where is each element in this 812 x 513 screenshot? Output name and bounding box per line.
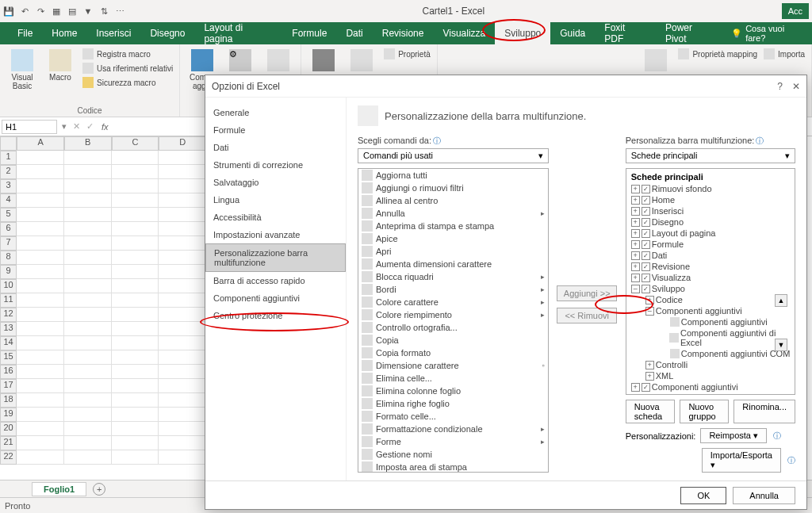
row-header[interactable]: 14: [0, 336, 17, 350]
tree-item[interactable]: +✓Visualizza: [628, 272, 793, 283]
cell[interactable]: [64, 393, 112, 408]
row-header[interactable]: 22: [0, 450, 17, 465]
command-item[interactable]: Elimina celle...: [358, 372, 548, 385]
name-box[interactable]: [2, 120, 57, 134]
tree-item[interactable]: +Controlli: [628, 359, 793, 370]
cell[interactable]: [112, 350, 159, 365]
row-header[interactable]: 16: [0, 365, 17, 379]
sidebar-item-lingua[interactable]: Lingua: [205, 191, 346, 209]
sidebar-item-impostazioni-avanzate[interactable]: Impostazioni avanzate: [205, 226, 346, 243]
cell[interactable]: [64, 279, 112, 293]
cell[interactable]: [64, 450, 112, 465]
command-item[interactable]: Elimina colonne foglio: [358, 385, 548, 397]
tree-item[interactable]: +✓Home: [628, 194, 793, 205]
tree-toggle-icon[interactable]: +: [631, 185, 640, 193]
cell[interactable]: [112, 236, 159, 251]
new-tab-button[interactable]: Nuova scheda: [626, 400, 676, 423]
tree-item[interactable]: Componenti aggiuntivi: [628, 316, 793, 327]
ribbon-tab-disegno[interactable]: Disegno: [140, 22, 194, 44]
tree-toggle-icon[interactable]: +: [645, 372, 654, 381]
cell[interactable]: [159, 336, 206, 350]
cell[interactable]: [17, 236, 64, 251]
sheet-tab[interactable]: Foglio1: [32, 482, 86, 496]
redo-icon[interactable]: ↷: [35, 6, 46, 17]
row-header[interactable]: 19: [0, 408, 17, 422]
cell[interactable]: [64, 336, 112, 350]
command-item[interactable]: Copia: [358, 334, 548, 346]
undo-icon[interactable]: ↶: [19, 6, 30, 17]
cell[interactable]: [159, 379, 206, 393]
registra-macro-button[interactable]: Registra macro: [81, 48, 174, 60]
ribbon-tab-visualizza[interactable]: Visualizza: [433, 22, 495, 44]
command-item[interactable]: Apri: [358, 245, 548, 258]
cell[interactable]: [64, 379, 112, 393]
row-header[interactable]: 11: [0, 293, 17, 308]
name-box-dropdown-icon[interactable]: ▾: [59, 121, 70, 132]
row-header[interactable]: 10: [0, 279, 17, 293]
fx-icon[interactable]: fx: [97, 122, 113, 132]
cell[interactable]: [112, 422, 159, 436]
cell[interactable]: [17, 393, 64, 408]
tree-toggle-icon[interactable]: +: [631, 229, 640, 238]
cell[interactable]: [159, 251, 206, 265]
importa-button[interactable]: Importa: [762, 48, 806, 60]
row-header[interactable]: 12: [0, 308, 17, 322]
tree-item[interactable]: +✓Inserisci: [628, 205, 793, 216]
command-item[interactable]: Anteprima di stampa e stampa: [358, 220, 548, 232]
rename-button[interactable]: Rinomina...: [733, 400, 795, 423]
cell[interactable]: [17, 165, 64, 179]
row-header[interactable]: 9: [0, 265, 17, 279]
tree-checkbox[interactable]: ✓: [642, 251, 650, 260]
tree-checkbox[interactable]: ✓: [642, 262, 650, 271]
command-item[interactable]: Allinea al centro: [358, 194, 548, 207]
sidebar-item-componenti-aggiuntivi[interactable]: Componenti aggiuntivi: [205, 289, 346, 307]
tree-checkbox[interactable]: ✓: [642, 218, 650, 227]
tree-checkbox[interactable]: ✓: [642, 394, 650, 396]
info-icon[interactable]: ⓘ: [756, 136, 764, 145]
command-item[interactable]: Aggiungi o rimuovi filtri: [358, 182, 548, 194]
command-item[interactable]: Forme▸: [358, 435, 548, 448]
cell[interactable]: [17, 279, 64, 293]
row-header[interactable]: 21: [0, 436, 17, 450]
cell[interactable]: [64, 436, 112, 450]
tree-toggle-icon[interactable]: –: [631, 285, 640, 293]
cell[interactable]: [159, 436, 206, 450]
sidebar-item-generale[interactable]: Generale: [205, 104, 346, 121]
col-header[interactable]: A: [17, 136, 64, 151]
cell[interactable]: [112, 279, 159, 293]
tree-toggle-icon[interactable]: +: [645, 296, 654, 304]
remove-button[interactable]: << Rimuovi: [557, 308, 617, 323]
row-header[interactable]: 17: [0, 379, 17, 393]
move-up-button[interactable]: ▲: [775, 294, 787, 307]
visual-basic-button[interactable]: Visual Basic: [5, 48, 40, 105]
riferimenti-relativi-button[interactable]: Usa riferimenti relativi: [81, 62, 174, 75]
tree-item[interactable]: +✓Componenti aggiuntivi: [628, 381, 793, 392]
save-icon[interactable]: 💾: [3, 6, 14, 17]
cell[interactable]: [159, 193, 206, 208]
ribbon-tab-power-pivot[interactable]: Power Pivot: [656, 22, 725, 44]
tree-item[interactable]: +Codice: [628, 294, 793, 305]
cell[interactable]: [159, 222, 206, 236]
cell[interactable]: [112, 379, 159, 393]
command-item[interactable]: Dimensione carattere▫: [358, 359, 548, 372]
tree-checkbox[interactable]: ✓: [642, 185, 650, 193]
sidebar-item-personalizzazione-barra-multifunzione[interactable]: Personalizzazione barra multifunzione: [205, 243, 346, 272]
commands-dropdown[interactable]: Comandi più usati▾: [358, 148, 549, 163]
ribbon-tab-home[interactable]: Home: [42, 22, 86, 44]
add-sheet-button[interactable]: +: [93, 483, 105, 496]
cell[interactable]: [17, 222, 64, 236]
cell[interactable]: [159, 422, 206, 436]
import-export-button[interactable]: Importa/Esporta ▾: [702, 448, 781, 473]
command-item[interactable]: Gestione nomi: [358, 448, 548, 461]
cell[interactable]: [17, 450, 64, 465]
command-item[interactable]: Colore riempimento▸: [358, 308, 548, 321]
tree-checkbox[interactable]: ✓: [642, 274, 650, 282]
row-header[interactable]: 15: [0, 350, 17, 365]
cell[interactable]: [159, 322, 206, 336]
tree-item[interactable]: +✓Formule: [628, 239, 793, 250]
cell[interactable]: [159, 165, 206, 179]
ribbon-tab-formule[interactable]: Formule: [282, 22, 336, 44]
ribbon-tab-foxit-pdf[interactable]: Foxit PDF: [595, 22, 656, 44]
command-item[interactable]: Formato celle...: [358, 410, 548, 423]
sidebar-item-accessibilit-[interactable]: Accessibilità: [205, 209, 346, 226]
